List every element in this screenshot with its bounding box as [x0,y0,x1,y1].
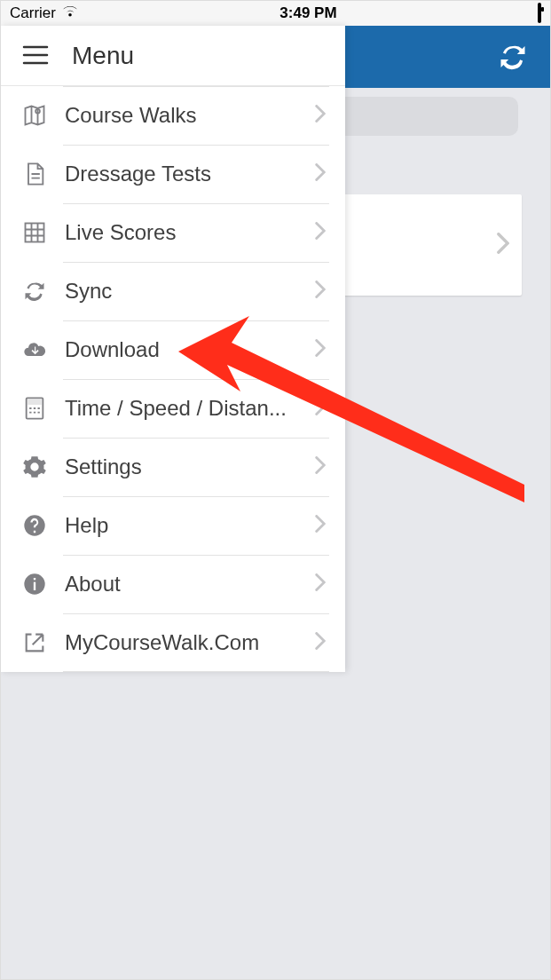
chevron-right-icon [315,281,331,302]
map-icon [19,99,51,131]
menu-item-sync[interactable]: Sync [1,262,345,320]
chevron-right-icon [315,456,331,478]
menu-item-label: Help [65,513,306,538]
menu-item-download[interactable]: Download [1,320,345,379]
menu-item-label: Settings [65,454,306,479]
chevron-right-icon [315,339,331,360]
battery-icon [538,4,541,22]
carrier-label: Carrier [10,4,56,22]
hamburger-icon[interactable] [22,45,52,67]
cloud-download-icon [19,334,51,366]
chevron-right-icon [315,222,331,243]
menu-item-time-speed-distan[interactable]: Time / Speed / Distan... [1,379,345,438]
side-menu: Menu Course WalksDressage TestsLive Scor… [1,26,345,672]
clock-label: 3:49 PM [279,4,336,22]
chevron-right-icon [315,632,331,653]
menu-item-dressage-tests[interactable]: Dressage Tests [1,145,345,203]
menu-item-live-scores[interactable]: Live Scores [1,203,345,262]
calculator-icon [19,392,51,424]
help-icon [19,510,51,541]
menu-title: Menu [72,42,134,70]
gear-icon [19,451,51,483]
info-icon [19,568,51,600]
menu-item-label: Dressage Tests [65,162,306,186]
document-icon [19,158,51,190]
menu-item-mycoursewalk-com[interactable]: MyCourseWalk.Com [1,613,345,672]
menu-item-label: Sync [65,279,306,304]
menu-item-about[interactable]: About [1,555,345,613]
chevron-right-icon [315,515,331,536]
external-link-icon [19,627,51,659]
wifi-icon [61,4,79,22]
chevron-right-icon [315,398,331,419]
status-bar: Carrier 3:49 PM [1,1,550,26]
menu-item-settings[interactable]: Settings [1,438,345,496]
sync-icon [19,275,51,307]
refresh-button[interactable] [493,37,532,76]
menu-item-label: MyCourseWalk.Com [65,630,306,655]
grid-icon [19,217,51,249]
menu-item-course-walks[interactable]: Course Walks [1,86,345,145]
menu-item-label: Course Walks [65,103,306,128]
menu-item-label: Time / Speed / Distan... [65,396,306,421]
chevron-right-icon [315,163,331,185]
menu-item-label: Download [65,337,306,362]
chevron-right-icon [497,233,509,257]
menu-item-help[interactable]: Help [1,496,345,555]
menu-item-label: Live Scores [65,220,306,245]
chevron-right-icon [315,105,331,126]
menu-item-label: About [65,572,306,597]
chevron-right-icon [315,573,331,595]
menu-header: Menu [1,26,345,86]
